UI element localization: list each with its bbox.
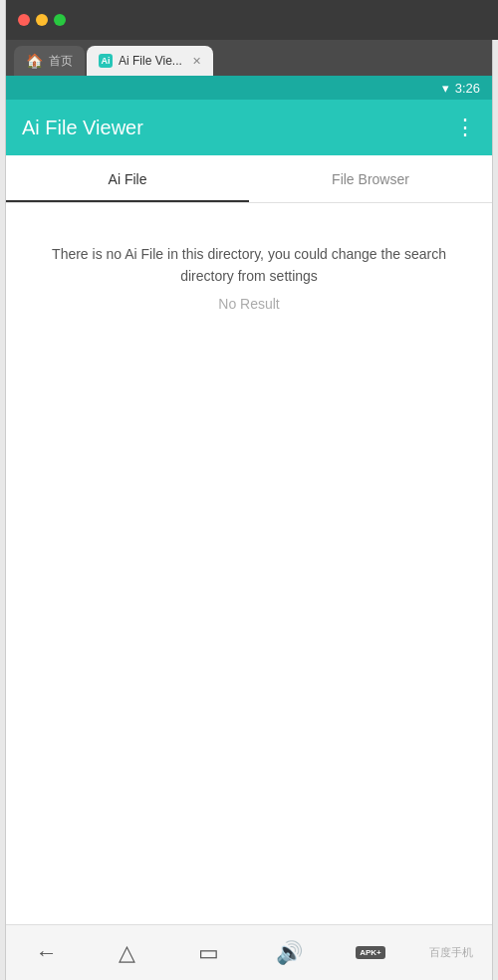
tab-file-browser-label: File Browser — [332, 171, 409, 187]
minimize-button[interactable] — [36, 14, 48, 26]
tab-ai-file-label: Ai File — [109, 171, 147, 187]
browser-tabs-bar: 🏠 首页 Ai Ai File Vie... ✕ — [6, 40, 492, 76]
back-button[interactable]: ← — [25, 931, 69, 975]
favicon-text: Ai — [102, 56, 111, 66]
back-icon: ← — [36, 940, 58, 966]
wifi-icon: ▾ — [442, 81, 449, 96]
volume-button[interactable]: 🔊 — [268, 931, 312, 975]
app-tabs: Ai File File Browser — [6, 155, 492, 203]
phone-frame: 🏠 首页 Ai Ai File Vie... ✕ ▾ 3:26 Ai File … — [5, 0, 493, 980]
empty-message: There is no Ai File in this directory, y… — [26, 243, 472, 288]
android-area: ▾ 3:26 Ai File Viewer ⋮ Ai File File Bro… — [6, 76, 492, 980]
apk-label: APK+ — [356, 946, 385, 959]
volume-icon: 🔊 — [276, 940, 303, 966]
home-icon: 🏠 — [26, 53, 43, 69]
recents-icon: ▭ — [198, 940, 219, 966]
home-button[interactable]: △ — [106, 931, 149, 975]
tab-close-button[interactable]: ✕ — [192, 55, 201, 68]
window-chrome — [6, 0, 498, 40]
close-button[interactable] — [18, 14, 30, 26]
tab-file-browser[interactable]: File Browser — [249, 155, 492, 202]
app-bar: Ai File Viewer ⋮ — [6, 100, 492, 155]
baidu-label: 百度手机 — [429, 945, 473, 960]
android-nav-bar: ← △ ▭ 🔊 APK+ 百度手机 — [6, 924, 492, 980]
baidu-button[interactable]: 百度手机 — [429, 931, 473, 975]
browser-tab-home[interactable]: 🏠 首页 — [14, 46, 85, 76]
apk-button[interactable]: APK+ — [349, 931, 392, 975]
active-tab-label: Ai File Vie... — [119, 54, 182, 68]
overflow-menu-button[interactable]: ⋮ — [454, 115, 476, 140]
content-area: There is no Ai File in this directory, y… — [6, 203, 492, 980]
status-time: 3:26 — [455, 81, 480, 96]
tab-favicon: Ai — [99, 54, 113, 68]
home-tab-label: 首页 — [49, 53, 73, 70]
maximize-button[interactable] — [54, 14, 66, 26]
tab-ai-file[interactable]: Ai File — [6, 155, 249, 202]
traffic-lights — [18, 14, 66, 26]
browser-tab-active[interactable]: Ai Ai File Vie... ✕ — [87, 46, 213, 76]
empty-state: There is no Ai File in this directory, y… — [6, 203, 492, 352]
app-title: Ai File Viewer — [22, 117, 143, 139]
no-result-label: No Result — [218, 296, 279, 312]
recents-button[interactable]: ▭ — [186, 931, 230, 975]
home-nav-icon: △ — [119, 940, 135, 966]
android-status-bar: ▾ 3:26 — [6, 76, 492, 100]
